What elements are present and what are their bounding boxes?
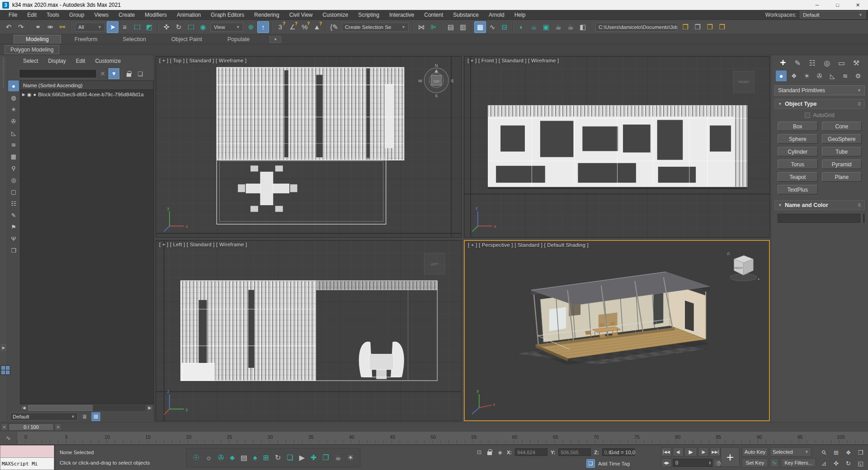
viewcube-ghost[interactable]: LEFT [424, 253, 445, 274]
sync-selection-icon[interactable]: ⊞ [91, 412, 100, 421]
named-selection-sets-button[interactable]: {✎ [328, 21, 340, 33]
hierarchy-mode-icon[interactable]: ❏ [136, 69, 145, 78]
minimize-button[interactable]: ─ [807, 0, 827, 10]
window-icon[interactable]: ❐ [322, 453, 329, 462]
macro-recorder-field[interactable] [0, 445, 54, 457]
menu-views[interactable]: Views [89, 10, 113, 20]
schematic-view-button[interactable]: ⊟ [499, 21, 510, 33]
teapot-icon[interactable]: ☕ [335, 453, 341, 462]
ribbon-tab-populate[interactable]: Populate [216, 35, 261, 44]
primitive-box-button[interactable]: Box [778, 122, 818, 131]
search-input[interactable] [19, 69, 97, 78]
mini-curve-editor-button[interactable]: ∿ [0, 432, 17, 444]
spinner-snap-toggle[interactable]: ▲? [311, 21, 323, 33]
selection-lock-icon[interactable] [486, 449, 493, 456]
find-filter-icon[interactable]: ⚲ [8, 163, 19, 174]
material-editor-button[interactable]: ◐ [516, 21, 528, 33]
hierarchy-tab[interactable]: ☷ [807, 57, 818, 69]
snap-3d-toggle[interactable]: 3? [274, 21, 286, 33]
display-bones-filter-icon[interactable]: Ψ [8, 233, 19, 244]
scroll-left-icon[interactable]: ◀ [21, 405, 27, 411]
ribbon-tab-object-paint[interactable]: Object Paint [160, 35, 214, 44]
primitive-textplus-button[interactable]: TextPlus [778, 185, 818, 194]
menu-file[interactable]: File [4, 10, 22, 20]
explorer-menu-customize[interactable]: Customize [90, 58, 126, 64]
menu-substance[interactable]: Substance [448, 10, 484, 20]
scene-object-row[interactable]: ▶ ◉ ● Block:6662bec9-d6f3-4cee-b79c-796d… [20, 90, 153, 99]
helpers-category[interactable]: ◺ [827, 70, 838, 81]
window-layout-2-button[interactable]: ❐ [692, 21, 703, 33]
window-layout-3-button[interactable]: ❐ [704, 21, 716, 33]
display-containers-filter-icon[interactable]: ❒ [8, 245, 19, 256]
window-layout-1-button[interactable]: ❐ [679, 21, 691, 33]
toggle-ribbon-button[interactable]: ▦ [474, 21, 486, 33]
set-keys-button[interactable]: + [721, 447, 740, 467]
rect-selection-region-button[interactable] [131, 21, 143, 33]
motion-tab[interactable]: ◎ [821, 57, 833, 69]
default-tangent-icon[interactable]: ∿ [770, 458, 779, 467]
ref-coord-dropdown[interactable]: View▼ [211, 23, 243, 32]
pan-icon[interactable]: ✜ [830, 458, 842, 468]
explorer-menu-edit[interactable]: Edit [71, 58, 90, 64]
close-button[interactable]: ✕ [848, 0, 868, 10]
scroll-right-icon[interactable]: ▶ [146, 405, 153, 411]
clear-search-icon[interactable]: ✕ [99, 70, 106, 77]
plant-box-icon[interactable]: ⊞ [263, 453, 269, 462]
maximize-button[interactable]: □ [827, 0, 848, 10]
viewcube-ghost[interactable]: FRONT [733, 71, 754, 92]
y-coordinate-field[interactable]: 506,565 [558, 448, 591, 456]
zoom-extents-all-icon[interactable]: ❒ [855, 447, 866, 457]
viewport-left-label[interactable]: [ + ] [ Left ] [ Standard ] [ Wireframe … [159, 242, 247, 247]
shapes-category[interactable]: ❖ [788, 70, 799, 81]
toggle-scene-explorer-button[interactable]: ▤ [445, 21, 457, 33]
object-type-rollout[interactable]: ▼ Object Type ⠿ [774, 99, 865, 109]
scroll-thumb[interactable] [28, 405, 93, 411]
menu-help[interactable]: Help [509, 10, 531, 20]
percent-snap-toggle[interactable]: %? [299, 21, 311, 33]
compass-rose[interactable]: TOP N E S W [418, 63, 454, 98]
name-column-header[interactable]: Name (Sorted Ascending) [20, 81, 153, 90]
render-setup-button[interactable]: ☕ [528, 21, 540, 33]
display-spacewarps-filter-icon[interactable]: ≋ [8, 139, 19, 150]
menu-rendering[interactable]: Rendering [249, 10, 284, 20]
primitive-class-dropdown[interactable]: Standard Primitives ▼ [774, 85, 865, 95]
maxscript-mini-listener[interactable]: MAXScript Mi [0, 445, 55, 470]
use-pivot-center-button[interactable]: ⊕ [245, 21, 257, 33]
viewport-front-label[interactable]: [ + ] [ Front ] [ Standard ] [ Wireframe… [467, 58, 559, 63]
select-object-button[interactable]: ➤ [107, 21, 118, 33]
auto-key-button[interactable]: Auto Key [742, 447, 768, 456]
edit-filter-icon[interactable]: ✎ [8, 210, 19, 221]
display-groups-filter-icon[interactable]: ▦ [8, 151, 19, 162]
align-button[interactable]: ⊫ [428, 21, 439, 33]
curve-editor-button[interactable]: ∿ [486, 21, 498, 33]
isolate-selection-icon[interactable]: ⊡ [476, 449, 483, 456]
menu-civil-view[interactable]: Civil View [284, 10, 318, 20]
menu-animation[interactable]: Animation [172, 10, 206, 20]
primitive-cone-button[interactable]: Cone [822, 122, 862, 131]
field-of-view-icon[interactable]: ⊿ [818, 458, 830, 468]
render-iterative-button[interactable]: ☕ [565, 21, 576, 33]
pine-tree-icon[interactable]: ♠ [253, 454, 257, 462]
geometry-category[interactable]: ● [776, 70, 787, 81]
menu-arnold[interactable]: Arnold [484, 10, 509, 20]
rendered-frame-button[interactable]: ▣ [540, 21, 552, 33]
list-empty-area[interactable] [20, 99, 153, 404]
maximize-viewport-icon[interactable]: ◱ [855, 458, 866, 468]
menu-create[interactable]: Create [113, 10, 140, 20]
select-link-button[interactable]: ⚭ [32, 21, 44, 33]
layout-tabs-arrow[interactable]: ▶ [1, 344, 6, 351]
select-move-button[interactable]: ✜ [160, 21, 172, 33]
viewport-perspective-label[interactable]: [ + ] [ Perspective ] [ Standard ] [ Def… [468, 242, 589, 248]
ab-compare-button[interactable]: ◧ [577, 21, 589, 33]
select-rotate-button[interactable]: ↻ [173, 21, 184, 33]
primitive-tube-button[interactable]: Tube [822, 147, 862, 156]
key-filters-button[interactable]: Key Filters... [781, 458, 816, 467]
lights-category[interactable]: ☀ [802, 70, 812, 81]
display-materials-filter-icon[interactable]: ◎ [8, 174, 19, 185]
next-frame-button[interactable]: |▶ [698, 447, 709, 456]
object-color-swatch[interactable] [863, 214, 864, 223]
display-tab[interactable]: ▭ [836, 57, 848, 69]
filter-funnel-button[interactable]: ▼ [108, 68, 119, 79]
maxscript-field[interactable]: MAXScript Mi [0, 457, 54, 470]
viewport-left[interactable]: [ + ] [ Left ] [ Standard ] [ Wireframe … [156, 240, 462, 422]
